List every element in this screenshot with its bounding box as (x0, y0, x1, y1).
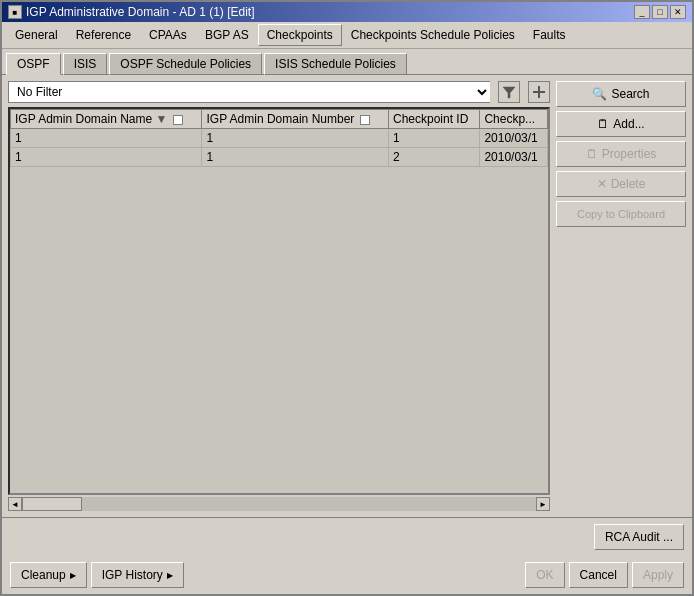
add-icon: 🗒 (597, 117, 609, 131)
svg-rect-2 (538, 86, 540, 98)
col-header-domain-number[interactable]: IGP Admin Domain Number (202, 110, 389, 129)
filter-clear-button[interactable] (528, 81, 550, 103)
col-checkbox-domain-number[interactable] (360, 115, 370, 125)
cell-checkpoint-detail-1: 2010/03/1 (480, 129, 548, 148)
cell-checkpoint-id-2: 2 (389, 148, 480, 167)
col-header-checkpoint-id[interactable]: Checkpoint ID (389, 110, 480, 129)
menu-bgp-as[interactable]: BGP AS (196, 24, 258, 46)
close-button[interactable]: ✕ (670, 5, 686, 19)
tab-ospf-schedule-policies[interactable]: OSPF Schedule Policies (109, 53, 262, 75)
cell-checkpoint-id-1: 1 (389, 129, 480, 148)
sort-arrow-icon: ▼ (156, 112, 168, 126)
filter-bar: No Filter (8, 81, 550, 103)
app-icon: ■ (8, 5, 22, 19)
table-row[interactable]: 1 1 2 2010/03/1 (11, 148, 548, 167)
menu-checkpoints[interactable]: Checkpoints (258, 24, 342, 46)
cell-domain-number-2: 1 (202, 148, 389, 167)
copy-to-clipboard-button[interactable]: Copy to Clipboard (556, 201, 686, 227)
filter-apply-button[interactable] (498, 81, 520, 103)
igp-history-button[interactable]: IGP History ▶ (91, 562, 184, 588)
cell-domain-name-1: 1 (11, 129, 202, 148)
cell-domain-name-2: 1 (11, 148, 202, 167)
footer-left: Cleanup ▶ IGP History ▶ (10, 562, 184, 588)
add-button[interactable]: 🗒 Add... (556, 111, 686, 137)
menu-general[interactable]: General (6, 24, 67, 46)
tab-isis[interactable]: ISIS (63, 53, 108, 75)
scroll-left-button[interactable]: ◄ (8, 497, 22, 511)
col-header-checkpoint-detail[interactable]: Checkp... (480, 110, 548, 129)
title-bar: ■ IGP Administrative Domain - AD 1 (1) [… (2, 2, 692, 22)
title-bar-controls: _ □ ✕ (634, 5, 686, 19)
menu-faults[interactable]: Faults (524, 24, 575, 46)
tab-isis-schedule-policies[interactable]: ISIS Schedule Policies (264, 53, 407, 75)
footer-bar: Cleanup ▶ IGP History ▶ OK Cancel Apply (2, 556, 692, 594)
table-container: IGP Admin Domain Name ▼ IGP Admin Domain… (8, 107, 550, 495)
cancel-button[interactable]: Cancel (569, 562, 628, 588)
delete-button[interactable]: ✕ Delete (556, 171, 686, 197)
delete-icon: ✕ (597, 177, 607, 191)
menu-bar: General Reference CPAAs BGP AS Checkpoin… (2, 22, 692, 49)
cleanup-button[interactable]: Cleanup ▶ (10, 562, 87, 588)
left-panel: No Filter (8, 81, 550, 511)
cell-checkpoint-detail-2: 2010/03/1 (480, 148, 548, 167)
search-icon: 🔍 (592, 87, 607, 101)
menu-checkpoints-schedule-policies[interactable]: Checkpoints Schedule Policies (342, 24, 524, 46)
horizontal-scrollbar[interactable]: ◄ ► (8, 497, 550, 511)
col-header-domain-name[interactable]: IGP Admin Domain Name ▼ (11, 110, 202, 129)
cleanup-arrow-icon: ▶ (70, 571, 76, 580)
table-wrapper[interactable]: IGP Admin Domain Name ▼ IGP Admin Domain… (10, 109, 548, 493)
apply-button[interactable]: Apply (632, 562, 684, 588)
properties-button[interactable]: 🗒 Properties (556, 141, 686, 167)
ok-button[interactable]: OK (525, 562, 564, 588)
scroll-track[interactable] (22, 497, 536, 511)
bottom-bar: RCA Audit ... (2, 517, 692, 556)
filter-clear-icon (532, 85, 546, 99)
scroll-right-button[interactable]: ► (536, 497, 550, 511)
filter-dropdown[interactable]: No Filter (8, 81, 490, 103)
minimize-button[interactable]: _ (634, 5, 650, 19)
col-checkbox-domain-name[interactable] (173, 115, 183, 125)
scroll-thumb[interactable] (22, 497, 82, 511)
tab-ospf[interactable]: OSPF (6, 53, 61, 75)
main-panel: No Filter (8, 81, 686, 511)
checkpoint-table: IGP Admin Domain Name ▼ IGP Admin Domain… (10, 109, 548, 167)
table-row[interactable]: 1 1 1 2010/03/1 (11, 129, 548, 148)
igp-history-arrow-icon: ▶ (167, 571, 173, 580)
filter-icon (502, 85, 516, 99)
properties-icon: 🗒 (586, 147, 598, 161)
menu-reference[interactable]: Reference (67, 24, 140, 46)
title-bar-left: ■ IGP Administrative Domain - AD 1 (1) [… (8, 5, 255, 19)
footer-right: OK Cancel Apply (525, 562, 684, 588)
window-title: IGP Administrative Domain - AD 1 (1) [Ed… (26, 5, 255, 19)
cell-domain-number-1: 1 (202, 129, 389, 148)
main-window: ■ IGP Administrative Domain - AD 1 (1) [… (0, 0, 694, 596)
maximize-button[interactable]: □ (652, 5, 668, 19)
search-button[interactable]: 🔍 Search (556, 81, 686, 107)
svg-marker-0 (503, 87, 515, 98)
menu-cpaas[interactable]: CPAAs (140, 24, 196, 46)
right-panel: 🔍 Search 🗒 Add... 🗒 Properties ✕ Delete … (556, 81, 686, 511)
rca-audit-button[interactable]: RCA Audit ... (594, 524, 684, 550)
content-area: No Filter (2, 74, 692, 517)
sub-tab-bar: OSPF ISIS OSPF Schedule Policies ISIS Sc… (2, 49, 692, 74)
